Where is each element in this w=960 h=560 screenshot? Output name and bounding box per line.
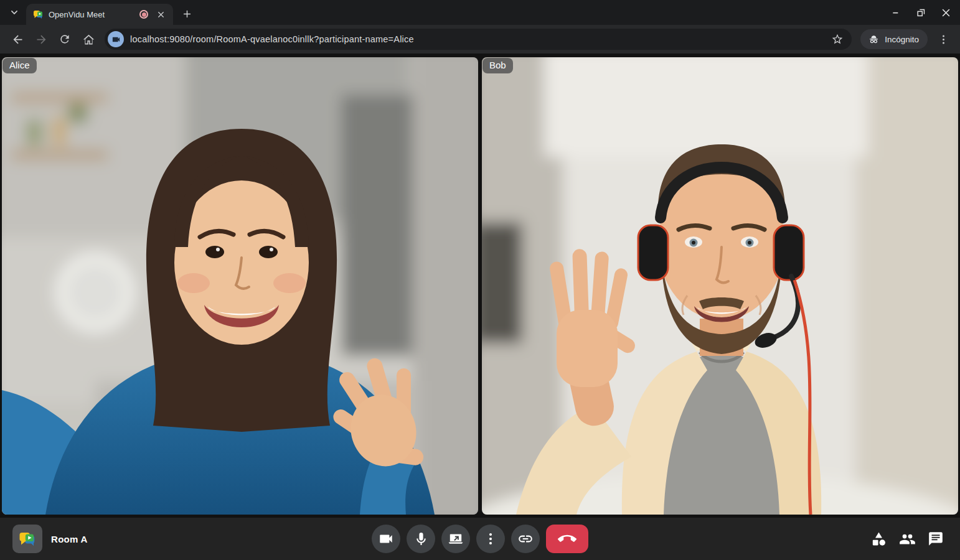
mic-icon [413, 531, 429, 547]
restore-icon [916, 7, 926, 18]
phone-hangup-icon [558, 530, 576, 548]
participants-button[interactable] [898, 530, 916, 548]
bookmark-button[interactable] [828, 30, 847, 49]
activities-icon [870, 531, 887, 548]
video-tile-alice[interactable]: Alice [2, 57, 478, 515]
url-text: localhost:9080/room/RoomA-qvaelanoc0inll… [130, 34, 828, 44]
participants-icon [899, 531, 916, 548]
alice-video-illustration [2, 57, 478, 515]
copy-link-button[interactable] [511, 525, 540, 553]
participant-name-label: Alice [2, 58, 37, 73]
chevron-down-icon [9, 7, 20, 18]
tab-close-button[interactable] [153, 7, 168, 22]
back-icon [11, 33, 24, 46]
videocam-icon [111, 35, 121, 44]
camera-permission-chip[interactable] [108, 31, 124, 47]
screen-share-button[interactable] [441, 525, 470, 553]
tab-search-button[interactable] [5, 3, 24, 22]
screen-share-icon [448, 531, 464, 547]
recording-indicator-icon [139, 10, 148, 19]
video-grid: Alice [0, 54, 960, 518]
plus-icon [182, 9, 192, 19]
microphone-button[interactable] [407, 525, 435, 553]
incognito-label: Incógnito [885, 35, 919, 44]
openvidu-favicon-icon [32, 9, 44, 20]
address-bar[interactable]: localhost:9080/room/RoomA-qvaelanoc0inll… [105, 29, 852, 50]
kebab-menu-icon [483, 531, 498, 546]
close-icon [941, 7, 951, 18]
activities-button[interactable] [869, 530, 888, 548]
browser-toolbar: localhost:9080/room/RoomA-qvaelanoc0inll… [0, 25, 960, 54]
close-window-button[interactable] [939, 6, 953, 19]
window-controls [889, 0, 953, 25]
close-icon [156, 10, 166, 19]
forward-icon [35, 33, 48, 46]
participant-name-label: Bob [482, 58, 513, 73]
home-icon [82, 33, 95, 46]
chat-button[interactable] [926, 530, 945, 548]
restore-button[interactable] [914, 6, 928, 19]
forward-button[interactable] [30, 28, 52, 50]
minimize-icon [891, 7, 901, 17]
browser-menu-button[interactable] [933, 29, 954, 50]
openvidu-logo-icon [18, 530, 37, 548]
meeting-info: Room A [12, 525, 88, 553]
reload-icon [59, 33, 71, 45]
video-tile-bob[interactable]: Bob [482, 57, 958, 515]
kebab-menu-icon [938, 34, 949, 45]
tab-strip: OpenVidu Meet [0, 0, 960, 25]
incognito-badge: Incógnito [860, 29, 928, 49]
videocam-icon [378, 531, 394, 547]
openvidu-logo-button[interactable] [12, 525, 42, 553]
panel-buttons [869, 530, 948, 548]
home-button[interactable] [77, 28, 100, 50]
leave-call-button[interactable] [546, 525, 588, 553]
room-name: Room A [51, 534, 88, 544]
meeting-toolbar: Room A [0, 518, 960, 560]
link-icon [517, 531, 534, 547]
new-tab-button[interactable] [179, 6, 194, 21]
browser-tab[interactable]: OpenVidu Meet [26, 4, 173, 25]
browser-window: OpenVidu Meet [0, 0, 960, 560]
minimize-button[interactable] [889, 6, 903, 19]
back-button[interactable] [6, 28, 29, 50]
more-options-button[interactable] [476, 525, 505, 553]
incognito-icon [868, 34, 880, 45]
star-icon [831, 33, 844, 45]
camera-button[interactable] [372, 525, 400, 553]
reload-button[interactable] [54, 28, 76, 50]
bob-video-illustration [482, 57, 958, 515]
chat-icon [928, 531, 944, 547]
tab-title: OpenVidu Meet [49, 10, 134, 19]
call-controls [372, 525, 588, 553]
